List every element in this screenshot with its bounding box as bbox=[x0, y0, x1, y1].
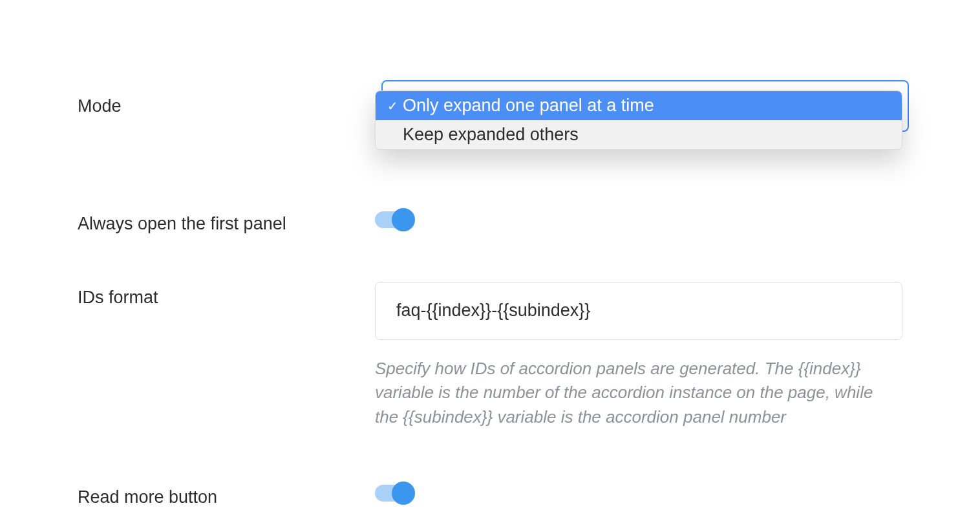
form-row-always-open-first: Always open the first panel bbox=[78, 208, 902, 237]
settings-form: Mode ✓ Only expand one panel at a time ✓… bbox=[0, 0, 980, 510]
form-row-mode: Mode ✓ Only expand one panel at a time ✓… bbox=[78, 90, 902, 150]
ids-format-control: Specify how IDs of accordion panels are … bbox=[375, 282, 902, 430]
ids-format-label: IDs format bbox=[78, 282, 375, 310]
check-icon: ✓ bbox=[385, 98, 400, 114]
read-more-toggle[interactable] bbox=[375, 482, 415, 505]
mode-option-1[interactable]: ✓ Keep expanded others bbox=[376, 120, 902, 149]
mode-dropdown[interactable]: ✓ Only expand one panel at a time ✓ Keep… bbox=[375, 90, 902, 150]
toggle-knob bbox=[392, 482, 415, 505]
always-open-first-control bbox=[375, 208, 902, 231]
mode-option-0-label: Only expand one panel at a time bbox=[403, 96, 654, 116]
mode-dropdown-menu: ✓ Only expand one panel at a time ✓ Keep… bbox=[375, 90, 902, 150]
always-open-first-toggle[interactable] bbox=[375, 208, 415, 231]
always-open-first-label: Always open the first panel bbox=[78, 208, 375, 237]
read-more-label: Read more button bbox=[78, 482, 375, 510]
toggle-knob bbox=[392, 208, 415, 231]
read-more-control bbox=[375, 482, 902, 505]
mode-option-0[interactable]: ✓ Only expand one panel at a time bbox=[376, 91, 902, 120]
mode-option-1-label: Keep expanded others bbox=[403, 125, 579, 145]
mode-label: Mode bbox=[78, 90, 375, 119]
ids-format-help: Specify how IDs of accordion panels are … bbox=[375, 357, 892, 430]
form-row-ids-format: IDs format Specify how IDs of accordion … bbox=[78, 282, 902, 430]
form-row-read-more: Read more button bbox=[78, 482, 902, 510]
ids-format-input[interactable] bbox=[375, 282, 902, 340]
mode-control: ✓ Only expand one panel at a time ✓ Keep… bbox=[375, 90, 902, 150]
